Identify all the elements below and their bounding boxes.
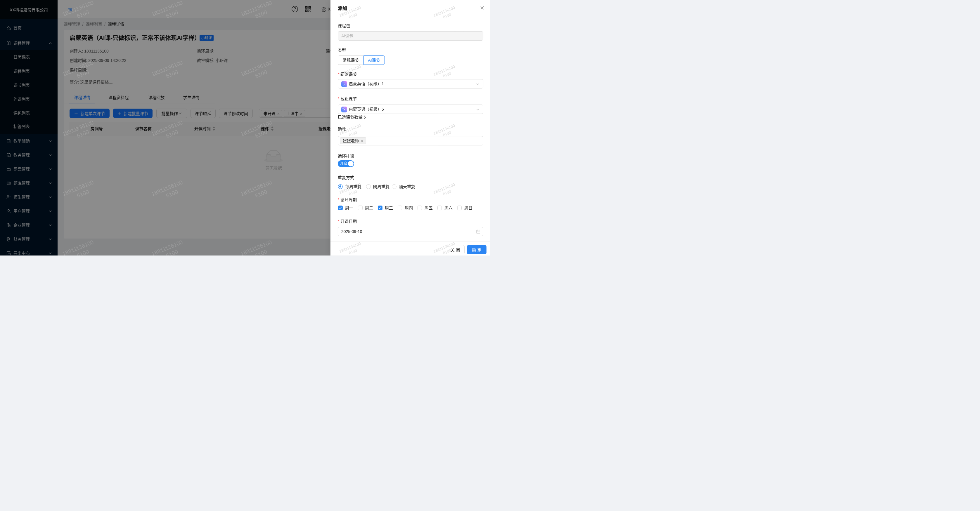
svg-text:AI: AI xyxy=(344,108,347,111)
svg-text:AI: AI xyxy=(344,83,347,86)
